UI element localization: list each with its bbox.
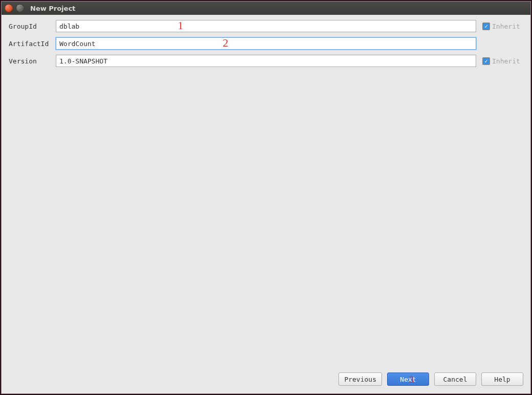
checkbox-checked-icon[interactable]: ✓ <box>482 23 490 30</box>
cancel-button[interactable]: Cancel <box>434 372 476 386</box>
artifactid-input[interactable] <box>56 37 476 50</box>
checkbox-checked-icon[interactable]: ✓ <box>482 57 490 65</box>
close-icon[interactable] <box>5 4 13 12</box>
groupid-row: GroupId ✓ Inherit 1 <box>9 20 523 32</box>
next-button-label: Next <box>400 376 416 383</box>
window-title: New Project <box>30 5 75 12</box>
artifactid-row: ArtifactId ✓X 2 <box>9 37 523 50</box>
groupid-label: GroupId <box>9 23 53 30</box>
version-label: Version <box>9 57 53 65</box>
version-inherit-label: Inherit <box>492 57 520 65</box>
titlebar: New Project <box>2 2 530 15</box>
dialog-content: GroupId ✓ Inherit 1 ArtifactId ✓X 2 Vers… <box>2 15 530 370</box>
groupid-inherit-label: Inherit <box>492 23 520 30</box>
help-button[interactable]: Help <box>481 372 523 386</box>
version-inherit[interactable]: ✓ Inherit <box>479 57 523 65</box>
dialog-footer: Previous Next 3 Cancel Help <box>2 370 530 393</box>
dialog-window: New Project GroupId ✓ Inherit 1 Artifact… <box>1 1 531 394</box>
previous-button[interactable]: Previous <box>338 372 382 386</box>
artifactid-label: ArtifactId <box>9 40 53 48</box>
version-row: Version ✓ Inherit <box>9 55 523 67</box>
minimize-icon[interactable] <box>16 4 24 12</box>
version-input[interactable] <box>56 55 476 67</box>
groupid-input[interactable] <box>56 20 476 32</box>
groupid-inherit[interactable]: ✓ Inherit <box>479 23 523 30</box>
next-button[interactable]: Next 3 <box>387 372 429 386</box>
